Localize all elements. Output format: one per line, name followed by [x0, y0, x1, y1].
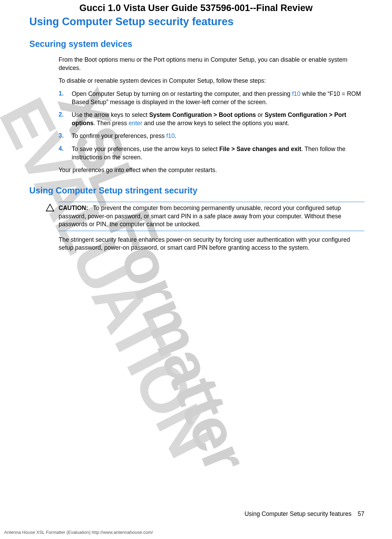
- list-text: To save your preferences, use the arrow …: [72, 145, 364, 161]
- caution-label: CAUTION:: [59, 204, 88, 211]
- ordered-list: 1. Open Computer Setup by turning on or …: [59, 90, 364, 161]
- bold-text: File > Save changes and exit: [219, 146, 301, 152]
- list-number: 1.: [59, 90, 72, 106]
- paragraph: To disable or reenable system devices in…: [59, 77, 364, 85]
- list-item: 1. Open Computer Setup by turning on or …: [59, 90, 364, 106]
- caution-triangle-icon: [46, 203, 54, 212]
- list-text: To confirm your preferences, press f10.: [72, 132, 176, 140]
- list-text: Open Computer Setup by turning on or res…: [72, 90, 364, 106]
- list-text: Use the arrow keys to select System Conf…: [72, 111, 364, 127]
- list-item: 4. To save your preferences, use the arr…: [59, 145, 364, 161]
- footer-section-name: Using Computer Setup security features: [244, 510, 351, 517]
- document-header-title: Gucci 1.0 Vista User Guide 537596-001--F…: [0, 0, 392, 15]
- list-number: 2.: [59, 111, 72, 127]
- caution-text: CAUTION: To prevent the computer from be…: [59, 204, 364, 229]
- bold-text: System Configuration > Boot options: [149, 111, 256, 118]
- main-heading: Using Computer Setup security features: [29, 16, 392, 28]
- page-number: 57: [358, 510, 364, 517]
- sub-heading-securing: Securing system devices: [29, 39, 392, 49]
- formatter-credit: Antenna House XSL Formatter (Evaluation)…: [4, 530, 153, 535]
- key-enter: enter: [129, 120, 142, 127]
- page-content: Gucci 1.0 Vista User Guide 537596-001--F…: [0, 0, 392, 252]
- list-item: 2. Use the arrow keys to select System C…: [59, 111, 364, 127]
- caution-block: CAUTION: To prevent the computer from be…: [59, 202, 364, 231]
- key-f10: f10: [292, 90, 300, 97]
- key-f10: f10: [166, 132, 174, 139]
- paragraph: Your preferences go into effect when the…: [59, 166, 364, 174]
- paragraph: From the Boot options menu or the Port o…: [59, 56, 364, 72]
- paragraph: The stringent security feature enhances …: [59, 236, 364, 252]
- page-footer: Using Computer Setup security features57: [244, 510, 364, 518]
- sub-heading-stringent: Using Computer Setup stringent security: [29, 186, 392, 196]
- list-number: 3.: [59, 132, 72, 140]
- list-number: 4.: [59, 145, 72, 161]
- list-item: 3. To confirm your preferences, press f1…: [59, 132, 364, 140]
